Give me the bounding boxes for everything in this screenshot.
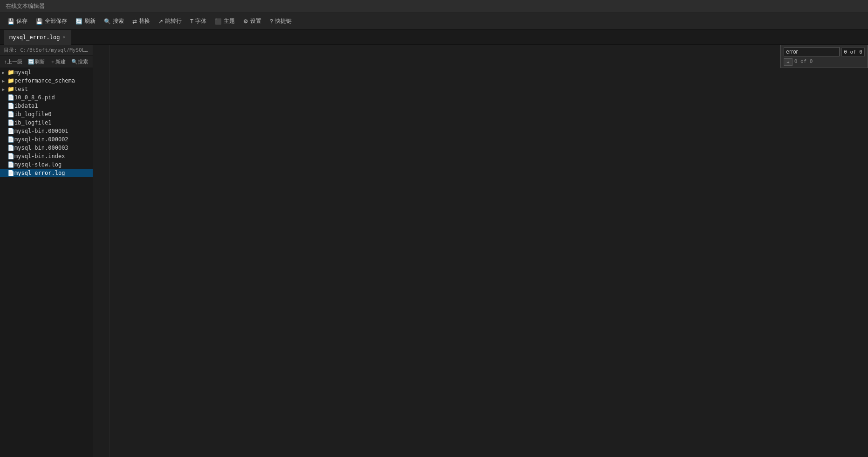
sidebar-refresh-button[interactable]: 🔄刷新 <box>26 57 47 66</box>
search-nav-row: + 0 of 0 <box>784 58 865 66</box>
sidebar-item-test[interactable]: ▶ 📁 test <box>0 85 93 93</box>
sidebar-header: 目录: C:/BtSoft/mysql/MySQL5.5/data <box>0 45 93 56</box>
sidebar-new-button[interactable]: ＋新建 <box>48 57 68 66</box>
tree-item-label: performance_schema <box>14 77 75 84</box>
title-label: 在线文本编辑器 <box>6 2 45 10</box>
tree-item-label: ib_logfile0 <box>14 111 51 118</box>
shortcuts-icon: ? <box>270 18 273 25</box>
main-layout: 目录: C:/BtSoft/mysql/MySQL5.5/data ↑上一级 🔄… <box>0 45 868 457</box>
search-prev-button[interactable]: + <box>784 58 792 66</box>
search-panel-row: 0 of 0 <box>784 47 865 56</box>
jump-icon: ↗ <box>158 18 163 25</box>
editor-area: 0 of 0 + 0 of 0 <box>93 45 868 457</box>
sidebar-item-mysql-bin-000003[interactable]: 📄 mysql-bin.000003 <box>0 144 93 152</box>
tree-item-label: mysql-bin.000002 <box>14 136 68 143</box>
tree-item-label: ibdata1 <box>14 103 38 109</box>
font-button[interactable]: T 字体 <box>186 15 210 27</box>
tree-item-label: ib_logfile1 <box>14 119 51 126</box>
file-icon: 📄 <box>7 103 14 109</box>
sidebar-item-mysql-bin-000002[interactable]: 📄 mysql-bin.000002 <box>0 135 93 144</box>
sidebar-tree: ▶ 📁 mysql ▶ 📁 performance_schema ▶ 📁 tes… <box>0 68 93 457</box>
expand-arrow: ▶ <box>2 70 7 75</box>
search-button[interactable]: 🔍 搜索 <box>100 15 128 27</box>
title-bar: 在线文本编辑器 <box>0 0 868 13</box>
save-icon: 💾 <box>7 18 14 25</box>
theme-label: 主题 <box>224 17 235 25</box>
sidebar-toolbar: ↑上一级 🔄刷新 ＋新建 🔍搜索 <box>0 56 93 68</box>
search-icon: 🔍 <box>104 18 111 25</box>
search-panel: 0 of 0 + 0 of 0 <box>780 45 868 68</box>
jump-label: 跳转行 <box>165 17 182 25</box>
folder-icon: 📁 <box>7 86 14 92</box>
search-label: 搜索 <box>113 17 124 25</box>
sidebar-up-button[interactable]: ↑上一级 <box>2 57 25 66</box>
save-all-label: 全部保存 <box>45 17 67 25</box>
file-icon: 📄 <box>7 119 14 126</box>
shortcuts-label: 快捷键 <box>275 17 292 25</box>
tree-item-label: 10_0_8_6.pid <box>14 94 55 101</box>
settings-label: 设置 <box>250 17 261 25</box>
sidebar-item-pid[interactable]: 📄 10_0_8_6.pid <box>0 93 93 102</box>
folder-icon: 📁 <box>7 77 14 84</box>
file-icon: 📄 <box>7 145 14 151</box>
sidebar-item-mysql[interactable]: ▶ 📁 mysql <box>0 68 93 76</box>
tab-label: mysql_error.log <box>9 34 60 41</box>
line-numbers <box>93 45 110 457</box>
sidebar-item-performance-schema[interactable]: ▶ 📁 performance_schema <box>0 76 93 85</box>
toolbar: 💾 保存 💾 全部保存 🔄 刷新 🔍 搜索 ⇄ 替换 ↗ 跳转行 T 字体 ⬛ … <box>0 13 868 30</box>
editor-content[interactable] <box>110 45 868 457</box>
search-count: 0 of 0 <box>841 48 865 56</box>
tree-item-label: test <box>14 86 28 92</box>
file-icon: 📄 <box>7 153 14 159</box>
expand-arrow: ▶ <box>2 78 7 83</box>
tree-item-label: mysql_error.log <box>14 170 65 176</box>
sidebar-item-mysql-slow-log[interactable]: 📄 mysql-slow.log <box>0 160 93 169</box>
settings-icon: ⚙ <box>243 18 248 25</box>
tree-item-label: mysql <box>14 69 31 76</box>
tree-item-label: mysql-bin.index <box>14 153 65 159</box>
file-icon: 📄 <box>7 136 14 143</box>
file-icon: 📄 <box>7 161 14 168</box>
theme-icon: ⬛ <box>215 18 222 25</box>
save-button[interactable]: 💾 保存 <box>4 15 31 27</box>
tree-item-label: mysql-slow.log <box>14 161 62 168</box>
jump-button[interactable]: ↗ 跳转行 <box>155 15 185 27</box>
shortcuts-button[interactable]: ? 快捷键 <box>266 15 295 27</box>
expand-arrow: ▶ <box>2 87 7 92</box>
tree-item-label: mysql-bin.000001 <box>14 128 68 134</box>
replace-icon: ⇄ <box>132 18 137 25</box>
tab-error-log[interactable]: mysql_error.log ✕ <box>4 30 71 45</box>
sidebar-item-ib-logfile1[interactable]: 📄 ib_logfile1 <box>0 118 93 127</box>
theme-button[interactable]: ⬛ 主题 <box>211 15 239 27</box>
font-icon: T <box>190 18 193 25</box>
sidebar-item-mysql-error-log[interactable]: 📄 mysql_error.log <box>0 169 93 177</box>
sidebar-item-mysql-bin-000001[interactable]: 📄 mysql-bin.000001 <box>0 127 93 135</box>
sidebar: 目录: C:/BtSoft/mysql/MySQL5.5/data ↑上一级 🔄… <box>0 45 93 457</box>
file-icon: 📄 <box>7 94 14 101</box>
sidebar-item-ib-logfile0[interactable]: 📄 ib_logfile0 <box>0 110 93 118</box>
sidebar-item-mysql-bin-index[interactable]: 📄 mysql-bin.index <box>0 152 93 160</box>
font-label: 字体 <box>195 17 206 25</box>
folder-icon: 📁 <box>7 69 14 76</box>
refresh-label: 刷新 <box>84 17 96 25</box>
replace-label: 替换 <box>139 17 150 25</box>
file-icon: 📄 <box>7 111 14 118</box>
refresh-icon: 🔄 <box>75 18 82 25</box>
sidebar-search-button[interactable]: 🔍搜索 <box>69 57 90 66</box>
tab-bar: mysql_error.log ✕ <box>0 30 868 45</box>
file-icon: 📄 <box>7 128 14 134</box>
search-input[interactable] <box>784 47 840 56</box>
search-result-info: 0 of 0 <box>794 58 813 66</box>
settings-button[interactable]: ⚙ 设置 <box>239 15 265 27</box>
save-all-button[interactable]: 💾 全部保存 <box>32 15 71 27</box>
save-label: 保存 <box>16 17 27 25</box>
sidebar-item-ibdata1[interactable]: 📄 ibdata1 <box>0 102 93 110</box>
tab-close-button[interactable]: ✕ <box>62 35 65 40</box>
replace-button[interactable]: ⇄ 替换 <box>129 15 154 27</box>
refresh-button[interactable]: 🔄 刷新 <box>72 15 99 27</box>
tree-item-label: mysql-bin.000003 <box>14 145 68 151</box>
file-icon: 📄 <box>7 170 14 176</box>
save-all-icon: 💾 <box>36 18 43 25</box>
